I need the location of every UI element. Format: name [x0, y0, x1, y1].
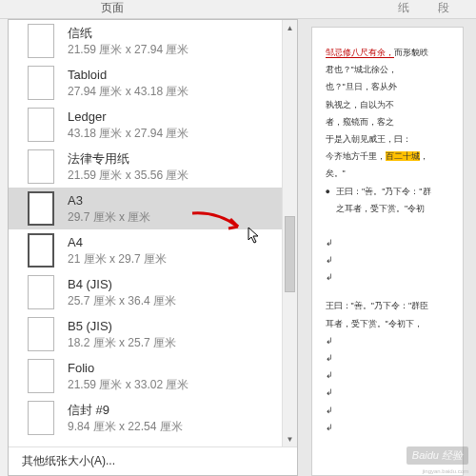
watermark: Baidu 经验: [407, 446, 468, 465]
scroll-down-button[interactable]: ▼: [283, 431, 297, 446]
scroll-up-button[interactable]: ▲: [283, 20, 297, 35]
page-icon: [28, 191, 54, 226]
highlighted-text: 百二十城: [386, 151, 420, 161]
page-icon: [28, 317, 54, 351]
paper-size-name: Ledger: [68, 109, 188, 126]
paper-size-list: 信纸21.59 厘米 x 27.94 厘米Tabloid27.94 厘米 x 4…: [9, 20, 297, 446]
paper-size-name: B4 (JIS): [68, 276, 176, 293]
doc-text: 邹忌修八尺有余，: [326, 48, 394, 58]
paper-size-dims: 27.94 厘米 x 43.18 厘米: [68, 84, 188, 99]
paper-size-item[interactable]: A329.7 厘米 x 厘米: [9, 188, 297, 229]
other-paper-sizes[interactable]: 其他纸张大小(A)...: [9, 446, 297, 475]
doc-text: ↲: [326, 252, 455, 268]
paper-size-dims: 21.59 厘米 x 33.02 厘米: [68, 377, 188, 392]
doc-text: 孰视之，自以为不: [326, 97, 455, 112]
paper-size-item[interactable]: Folio21.59 厘米 x 33.02 厘米: [9, 355, 297, 397]
page-icon: [28, 275, 54, 309]
paper-size-item[interactable]: Tabloid27.94 厘米 x 43.18 厘米: [9, 62, 297, 104]
paper-size-dims: 21 厘米 x 29.7 厘米: [68, 251, 167, 267]
page-icon: [28, 66, 54, 100]
doc-text: 王曰："善。"乃下令："群臣: [326, 298, 455, 313]
page-icon: [28, 401, 54, 435]
page-icon: [28, 233, 54, 268]
paper-size-name: Folio: [68, 360, 188, 377]
page-icon: [28, 149, 54, 184]
paper-size-name: 信封 #9: [68, 402, 183, 419]
doc-text: ↲: [326, 367, 455, 383]
doc-text: 今齐地方千里，: [326, 151, 386, 161]
page-icon: [28, 359, 54, 393]
paper-size-dims: 21.59 厘米 x 35.56 厘米: [68, 168, 188, 183]
paper-size-name: A3: [68, 192, 150, 209]
paper-size-item[interactable]: 法律专用纸21.59 厘米 x 35.56 厘米: [9, 146, 297, 188]
paper-size-dropdown: 信纸21.59 厘米 x 27.94 厘米Tabloid27.94 厘米 x 4…: [8, 19, 298, 476]
paper-size-dims: 25.7 厘米 x 36.4 厘米: [68, 293, 176, 308]
page-icon: [28, 108, 54, 142]
ribbon-bar: 页面 纸 段: [0, 0, 476, 19]
scroll-track[interactable]: [283, 35, 297, 431]
ribbon-group-page: 页面: [0, 0, 133, 18]
paper-size-item[interactable]: Ledger43.18 厘米 x 27.94 厘米: [9, 104, 297, 146]
doc-text: ↲: [326, 420, 455, 435]
bullet-item: 王曰："善。"乃下令："群之耳者，受下赏。"令初: [326, 184, 455, 218]
document-area: 邹忌修八尺有余，而形貌昳 君也？"城北徐公， 也？"旦日，客从外 孰视之，自以为…: [298, 19, 476, 476]
paper-size-dims: 29.7 厘米 x 厘米: [68, 209, 150, 225]
doc-text: ↲: [326, 269, 455, 285]
paper-size-name: A4: [68, 234, 167, 251]
paper-size-name: Tabloid: [68, 67, 188, 84]
paper-size-name: B5 (JIS): [68, 318, 176, 335]
doc-text: 矣。": [326, 166, 455, 181]
paper-size-name: 法律专用纸: [68, 150, 188, 168]
document-page: 邹忌修八尺有余，而形貌昳 君也？"城北徐公， 也？"旦日，客从外 孰视之，自以为…: [311, 27, 464, 476]
doc-text: ↲: [326, 235, 455, 250]
paper-size-dims: 9.84 厘米 x 22.54 厘米: [68, 419, 183, 434]
paper-size-name: 信纸: [68, 25, 188, 42]
doc-text: 者，窥镜而，客之: [326, 114, 455, 129]
paper-size-item[interactable]: A421 厘米 x 29.7 厘米: [9, 229, 297, 271]
paper-size-item[interactable]: 信纸21.59 厘米 x 27.94 厘米: [9, 20, 297, 62]
paper-size-item[interactable]: 信封 #99.84 厘米 x 22.54 厘米: [9, 397, 297, 439]
doc-text: 君也？"城北徐公，: [326, 62, 455, 77]
doc-text: ↲: [326, 333, 455, 348]
doc-text: 耳者，受下赏。"令初下，: [326, 316, 455, 331]
doc-text: ↲: [326, 385, 455, 400]
watermark-url: jingyan.baidu.com: [423, 468, 468, 474]
doc-text: 也？"旦日，客从外: [326, 79, 455, 94]
paper-size-item[interactable]: B4 (JIS)25.7 厘米 x 36.4 厘米: [9, 271, 297, 313]
paper-size-dims: 21.59 厘米 x 27.94 厘米: [68, 42, 188, 57]
scrollbar[interactable]: ▲ ▼: [282, 20, 297, 446]
doc-text: 于是入朝见威王，曰：: [326, 131, 455, 147]
ribbon-label-paper: 纸: [133, 0, 419, 18]
scroll-thumb[interactable]: [285, 216, 295, 292]
paper-size-dims: 43.18 厘米 x 27.94 厘米: [68, 126, 188, 141]
ribbon-group-paragraph: 段: [419, 0, 476, 18]
doc-text: ↲: [326, 403, 455, 418]
page-icon: [28, 24, 54, 58]
paper-size-dims: 18.2 厘米 x 25.7 厘米: [68, 335, 176, 350]
paper-size-item[interactable]: B5 (JIS)18.2 厘米 x 25.7 厘米: [9, 313, 297, 355]
doc-text: ↲: [326, 350, 455, 366]
